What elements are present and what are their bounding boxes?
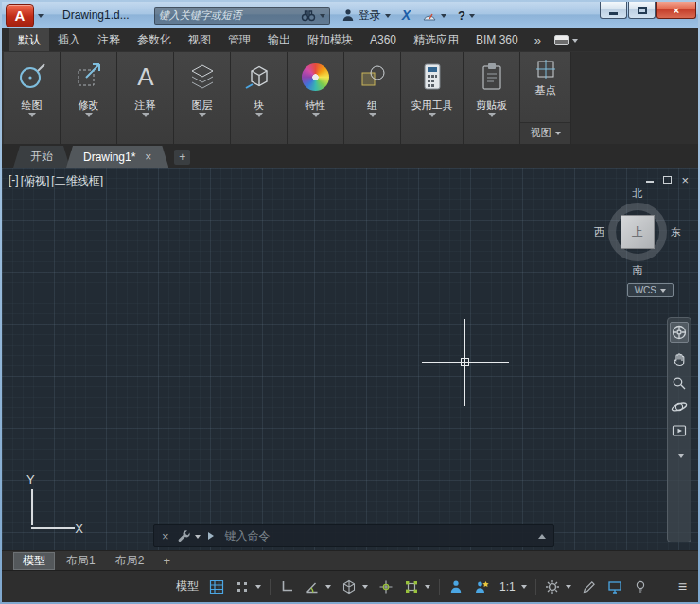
infocenter-search-input[interactable]: 键入关键字或短语: [154, 7, 330, 25]
application-menu-button[interactable]: A: [6, 4, 34, 27]
doc-restore-button[interactable]: [663, 172, 672, 184]
search-binoculars-icon[interactable]: [301, 9, 316, 22]
ribbon-tab-output[interactable]: 输出: [259, 28, 299, 51]
viewport-view-control[interactable]: [俯视]: [21, 173, 50, 189]
drawing-area[interactable]: [-] [俯视] [二维线框] × 北 上 西 东 南 WCS: [2, 168, 698, 550]
ribbon-tab-insert[interactable]: 插入: [49, 28, 89, 51]
help-button[interactable]: ?: [458, 9, 475, 23]
ucs-y-axis: [31, 489, 33, 525]
ribbon-panel-view[interactable]: 基点 视图: [520, 52, 571, 144]
ribbon-tab-view[interactable]: 视图: [180, 28, 219, 51]
zoom-button[interactable]: [670, 373, 689, 394]
annotation-scale-button[interactable]: 1:1: [498, 577, 529, 597]
showmotion-button[interactable]: [670, 420, 689, 441]
polar-tracking-icon: [305, 579, 320, 595]
viewcube-west[interactable]: 西: [594, 225, 604, 240]
viewcube-east[interactable]: 东: [671, 225, 681, 240]
command-input[interactable]: 键入命令: [208, 528, 531, 544]
object-snap-tracking-toggle[interactable]: [376, 577, 395, 597]
workspace-switching-button[interactable]: [543, 577, 573, 597]
viewcube-north[interactable]: 北: [633, 187, 643, 201]
layout-tab-layout2[interactable]: 布局2: [107, 552, 153, 570]
ribbon-panel-layers[interactable]: 图层: [174, 52, 231, 144]
doc-minimize-button[interactable]: [646, 172, 654, 183]
wcs-dropdown[interactable]: WCS: [627, 283, 674, 297]
viewport-visual-style-control[interactable]: [二维线框]: [51, 173, 103, 189]
annotation-monitor-toggle[interactable]: [580, 577, 599, 597]
grid-display-toggle[interactable]: [207, 577, 226, 597]
search-caret-icon[interactable]: [320, 14, 325, 21]
a360-status-button[interactable]: [422, 9, 446, 22]
ribbon-display-toggle[interactable]: [549, 28, 584, 51]
layout-tab-layout1[interactable]: 布局1: [58, 552, 104, 570]
quick-access-caret-icon[interactable]: [38, 14, 44, 21]
ribbon-panel-utilities[interactable]: 实用工具: [401, 52, 464, 144]
layout-tab-model[interactable]: 模型: [13, 552, 55, 570]
customization-menu-button[interactable]: ≡: [676, 577, 689, 597]
command-close-icon[interactable]: ×: [162, 529, 169, 543]
command-customize-button[interactable]: [177, 529, 201, 543]
ribbon-panel-block[interactable]: 块: [231, 52, 288, 144]
polar-tracking-toggle[interactable]: [303, 577, 333, 597]
graphics-performance-toggle[interactable]: [605, 577, 624, 597]
object-snap-toggle[interactable]: [402, 577, 432, 597]
new-drawing-tab-button[interactable]: +: [174, 150, 190, 165]
ribbon-panel-properties[interactable]: 特性: [288, 52, 344, 144]
ribbon-panel-draw[interactable]: 绘图: [4, 52, 61, 144]
isolate-objects-button[interactable]: [631, 577, 650, 597]
viewport-menu-control[interactable]: [-]: [9, 173, 19, 189]
viewcube-top-face[interactable]: 上: [621, 215, 655, 249]
ribbon-panel-annotate[interactable]: A 注释: [117, 52, 174, 144]
new-layout-button[interactable]: +: [159, 554, 174, 568]
tab-close-icon[interactable]: ×: [145, 151, 151, 164]
exchange-apps-button[interactable]: X: [402, 8, 411, 23]
command-line[interactable]: × 键入命令: [153, 524, 554, 547]
isodraft-icon: [341, 579, 357, 595]
annotation-visibility-toggle[interactable]: [446, 577, 465, 597]
isometric-drafting-toggle[interactable]: [340, 577, 370, 597]
ribbon-tab-home[interactable]: 默认: [9, 28, 49, 51]
viewcube-south[interactable]: 南: [633, 263, 643, 277]
snap-mode-toggle[interactable]: [233, 577, 263, 597]
file-tab-bar: 开始 Drawing1* × +: [2, 144, 698, 168]
ortho-mode-toggle[interactable]: [277, 577, 296, 597]
ribbon-tab-annotate[interactable]: 注释: [89, 28, 129, 51]
ribbon-tab-bim360[interactable]: BIM 360: [467, 28, 527, 51]
panel-flyout-caret-icon: [28, 113, 36, 121]
annotation-autoscale-toggle[interactable]: [472, 577, 491, 597]
orbit-button[interactable]: [670, 397, 689, 417]
pan-button[interactable]: [670, 349, 689, 370]
panel-flyout-caret-icon: [85, 113, 93, 121]
doc-close-button[interactable]: ×: [681, 174, 689, 187]
help-icon: ?: [458, 9, 465, 23]
ribbon-tab-featured-apps[interactable]: 精选应用: [405, 28, 467, 51]
ribbon-panel-clipboard[interactable]: 剪贴板: [464, 52, 520, 144]
steering-wheel-button[interactable]: [670, 322, 689, 343]
ribbon-tab-manage[interactable]: 管理: [219, 28, 259, 51]
ribbon-tab-parametric[interactable]: 参数化: [129, 28, 180, 51]
ribbon-tab-a360[interactable]: A360: [361, 28, 405, 51]
signin-button[interactable]: 登录: [341, 8, 391, 24]
lightbulb-icon: [633, 579, 648, 595]
navbar-customize-button[interactable]: [674, 446, 684, 463]
file-tab-start[interactable]: 开始: [13, 146, 70, 168]
recent-commands-icon[interactable]: [208, 532, 218, 540]
caret-down-icon: [566, 585, 571, 592]
caret-down-icon: [521, 585, 527, 592]
ribbon-overflow-button[interactable]: »: [527, 28, 549, 51]
annotation-autoscale-icon: [474, 579, 489, 595]
close-icon: ×: [674, 5, 679, 16]
search-placeholder: 键入关键字或短语: [159, 9, 301, 23]
close-button[interactable]: ×: [656, 2, 696, 19]
ribbon-tab-addins[interactable]: 附加模块: [299, 28, 361, 51]
view-panel-title[interactable]: 视图: [520, 122, 570, 144]
viewcube-top-label: 上: [632, 224, 643, 240]
maximize-button[interactable]: [628, 2, 656, 19]
ribbon-panel-modify[interactable]: 修改: [61, 52, 117, 144]
ribbon-panel-row: 绘图 修改 A 注释 图层 块: [2, 51, 698, 144]
ribbon-panel-group[interactable]: 组: [344, 52, 401, 144]
file-tab-drawing1[interactable]: Drawing1* ×: [66, 146, 168, 168]
minimize-button[interactable]: [600, 2, 627, 19]
command-history-icon[interactable]: [538, 530, 546, 539]
model-space-toggle[interactable]: 模型: [174, 577, 201, 597]
